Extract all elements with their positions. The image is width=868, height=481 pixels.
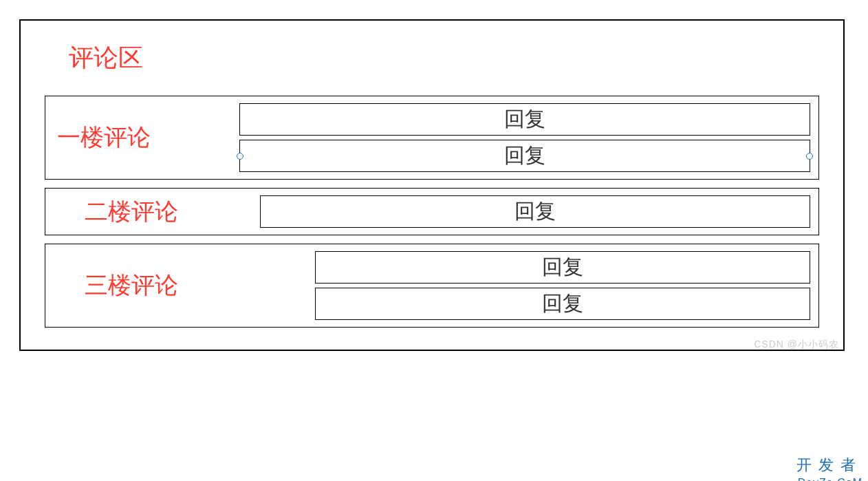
replies-list-1: 回复 回复 bbox=[239, 103, 810, 172]
reply-item: 回复 bbox=[315, 288, 810, 320]
comment-section-container: 评论区 一楼评论 回复 回复 二楼评论 回复 三楼评论 回复 回复 CSDN @… bbox=[19, 19, 845, 351]
reply-item: 回复 bbox=[239, 103, 810, 136]
comment-label-1: 一楼评论 bbox=[54, 122, 239, 153]
replies-list-2: 回复 bbox=[260, 195, 810, 228]
comment-label-3: 三楼评论 bbox=[54, 270, 315, 301]
comment-block-3: 三楼评论 回复 回复 bbox=[45, 244, 819, 328]
reply-item: 回复 bbox=[239, 140, 810, 172]
watermark-text: CSDN @小小码农 bbox=[754, 339, 839, 351]
reply-item: 回复 bbox=[315, 251, 810, 284]
section-title: 评论区 bbox=[69, 41, 819, 75]
comment-block-1: 一楼评论 回复 回复 bbox=[45, 96, 819, 180]
comment-label-2: 二楼评论 bbox=[54, 196, 260, 228]
comment-block-2: 二楼评论 回复 bbox=[45, 188, 819, 235]
replies-list-3: 回复 回复 bbox=[315, 251, 810, 320]
reply-item: 回复 bbox=[260, 195, 810, 228]
